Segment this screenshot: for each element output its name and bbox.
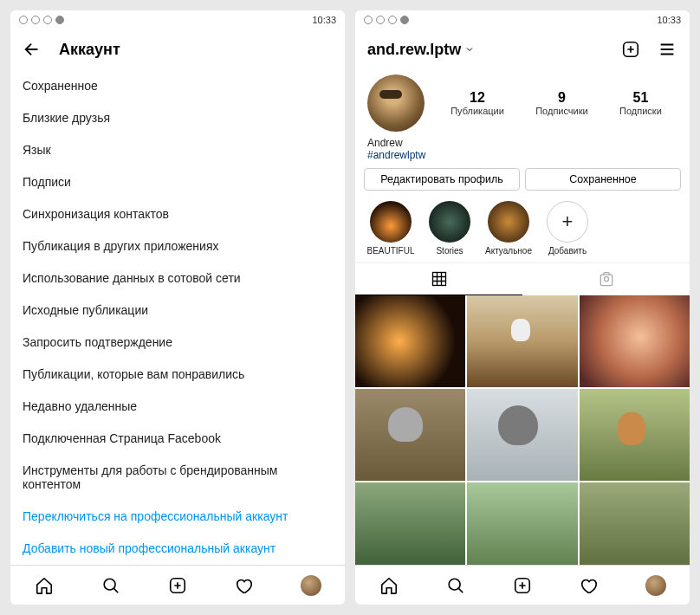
add-post-icon[interactable] (167, 575, 188, 596)
highlight-label: Актуальное (485, 246, 532, 256)
phone-settings: 10:33 Аккаунт Сохраненное Близкие друзья… (10, 10, 345, 605)
profile-bio: Andrew #andrewlptw (355, 135, 690, 168)
settings-item-original-posts[interactable]: Исходные публикации (23, 294, 333, 326)
profile-stats-row: 12 Публикации 9 Подписчики 51 Подписки (355, 69, 690, 135)
hamburger-menu-icon[interactable] (657, 39, 677, 60)
stat-posts-count: 12 (450, 90, 504, 106)
bio-name: Andrew (367, 137, 677, 149)
settings-list: Сохраненное Близкие друзья Язык Подписи … (10, 69, 345, 565)
settings-item-liked-posts[interactable]: Публикации, которые вам понравились (23, 358, 333, 390)
settings-item-contact-sync[interactable]: Синхронизация контактов (23, 197, 333, 230)
stat-followers-count: 9 (535, 90, 588, 106)
highlight-stories[interactable]: Stories (426, 201, 473, 256)
highlight-cover-icon (370, 201, 412, 243)
status-bar: 10:33 (10, 10, 345, 29)
svg-point-5 (604, 276, 608, 281)
activity-heart-icon[interactable] (579, 575, 600, 596)
profile-avatar-icon[interactable] (301, 575, 321, 596)
post-thumbnail[interactable] (580, 295, 690, 387)
search-icon[interactable] (445, 575, 466, 596)
bottom-nav (355, 565, 690, 605)
plus-icon: + (547, 201, 588, 243)
tab-grid[interactable] (355, 263, 522, 295)
highlight-cover-icon (429, 201, 470, 243)
settings-item-saved[interactable]: Сохраненное (23, 69, 333, 101)
settings-item-branded-content[interactable]: Инструменты для работы с брендированным … (23, 454, 333, 500)
edit-profile-button[interactable]: Редактировать профиль (364, 168, 520, 191)
add-post-icon[interactable] (512, 575, 533, 596)
settings-item-cellular-data[interactable]: Использование данных в сотовой сети (23, 262, 333, 294)
status-bar: 10:33 (355, 10, 690, 29)
svg-rect-3 (432, 273, 445, 286)
settings-item-language[interactable]: Язык (23, 133, 333, 165)
tab-tagged[interactable] (522, 263, 690, 295)
highlight-actual[interactable]: Актуальное (485, 201, 532, 256)
settings-title: Аккаунт (59, 41, 120, 59)
stat-posts[interactable]: 12 Публикации (450, 90, 504, 116)
highlight-label: Stories (436, 246, 463, 256)
bottom-nav (10, 565, 345, 605)
settings-item-facebook-page[interactable]: Подключенная Страница Facebook (23, 422, 333, 454)
stat-following[interactable]: 51 Подписки (619, 90, 662, 116)
stat-followers-label: Подписчики (535, 106, 588, 116)
settings-item-captions[interactable]: Подписи (23, 165, 333, 197)
stat-following-label: Подписки (619, 106, 662, 116)
profile-avatar-icon[interactable] (645, 575, 666, 596)
stat-following-count: 51 (619, 90, 662, 106)
phone-profile: 10:33 and.rew.lptw 12 Публикации 9 Подпи… (355, 10, 690, 605)
posts-grid (355, 295, 690, 565)
svg-point-6 (449, 579, 460, 590)
post-thumbnail[interactable] (467, 482, 577, 565)
settings-header: Аккаунт (10, 29, 345, 69)
post-thumbnail[interactable] (355, 295, 465, 387)
settings-item-share-other-apps[interactable]: Публикация в других приложениях (23, 230, 333, 262)
profile-header: and.rew.lptw (355, 29, 690, 69)
username-dropdown[interactable]: and.rew.lptw (367, 41, 475, 59)
highlight-label: BEAUTIFUL (367, 246, 415, 256)
post-thumbnail[interactable] (355, 389, 465, 481)
create-post-icon[interactable] (620, 39, 641, 60)
highlight-cover-icon (488, 201, 529, 243)
stat-posts-label: Публикации (450, 106, 504, 116)
profile-avatar[interactable] (367, 74, 425, 132)
stat-followers[interactable]: 9 Подписчики (535, 90, 588, 116)
profile-header-actions (620, 39, 677, 60)
back-arrow-icon[interactable] (23, 40, 42, 59)
settings-link-switch-professional[interactable]: Переключиться на профессиональный аккаун… (23, 500, 333, 532)
post-thumbnail[interactable] (580, 482, 690, 565)
post-thumbnail[interactable] (580, 389, 690, 481)
status-icons-left (19, 16, 64, 24)
username-text: and.rew.lptw (367, 41, 461, 59)
profile-action-buttons: Редактировать профиль Сохраненное (355, 168, 690, 191)
post-thumbnail[interactable] (355, 482, 465, 565)
bio-hashtag[interactable]: #andrewlptw (367, 149, 677, 161)
post-thumbnail[interactable] (467, 389, 577, 481)
post-thumbnail[interactable] (467, 295, 577, 387)
status-time: 10:33 (312, 15, 336, 25)
settings-link-add-professional[interactable]: Добавить новый профессиональный аккаунт (23, 532, 333, 564)
saved-button[interactable]: Сохраненное (525, 168, 681, 191)
svg-point-0 (104, 579, 115, 590)
profile-tabs (355, 262, 690, 295)
search-icon[interactable] (100, 575, 121, 596)
settings-item-recently-deleted[interactable]: Недавно удаленные (23, 390, 333, 422)
story-highlights: BEAUTIFUL Stories Актуальное + Добавить (355, 191, 690, 262)
status-time: 10:33 (657, 15, 681, 25)
status-icons-left (364, 16, 409, 24)
activity-heart-icon[interactable] (234, 575, 255, 596)
home-icon[interactable] (379, 575, 399, 596)
settings-item-close-friends[interactable]: Близкие друзья (23, 101, 333, 133)
chevron-down-icon (464, 44, 475, 55)
highlight-beautiful[interactable]: BEAUTIFUL (367, 201, 414, 256)
home-icon[interactable] (34, 575, 55, 596)
settings-item-request-verification[interactable]: Запросить подтверждение (23, 326, 333, 358)
highlight-label: Добавить (548, 246, 587, 256)
highlight-add-new[interactable]: + Добавить (544, 201, 591, 256)
